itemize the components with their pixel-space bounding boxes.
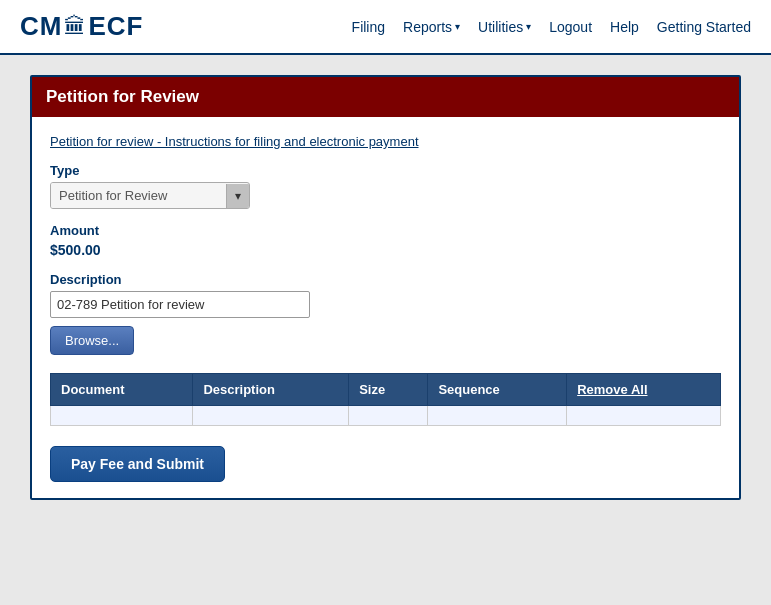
main-content: Petition for Review Petition for review …	[0, 55, 771, 605]
type-select-text: Petition for Review	[51, 183, 226, 208]
description-label: Description	[50, 272, 721, 287]
form-card: Petition for Review Petition for review …	[30, 75, 741, 500]
amount-value: $500.00	[50, 242, 721, 258]
nav-filing[interactable]: Filing	[352, 19, 385, 35]
form-card-header: Petition for Review	[32, 77, 739, 117]
reports-dropdown-arrow: ▾	[455, 21, 460, 32]
table-row	[51, 406, 721, 426]
nav-reports[interactable]: Reports ▾	[403, 19, 460, 35]
logo-cm: CM	[20, 11, 62, 42]
amount-field-group: Amount $500.00	[50, 223, 721, 258]
form-card-body: Petition for review - Instructions for f…	[32, 117, 739, 498]
nav-links: Filing Reports ▾ Utilities ▾ Logout Help…	[352, 19, 751, 35]
remove-all-link[interactable]: Remove All	[577, 382, 647, 397]
col-document: Document	[51, 374, 193, 406]
nav-getting-started[interactable]: Getting Started	[657, 19, 751, 35]
nav-utilities[interactable]: Utilities ▾	[478, 19, 531, 35]
utilities-dropdown-arrow: ▾	[526, 21, 531, 32]
pay-fee-submit-button[interactable]: Pay Fee and Submit	[50, 446, 225, 482]
form-card-title: Petition for Review	[46, 87, 199, 106]
browse-button[interactable]: Browse...	[50, 326, 134, 355]
description-input[interactable]	[50, 291, 310, 318]
type-select[interactable]: Petition for Review ▾	[50, 182, 250, 209]
nav-help[interactable]: Help	[610, 19, 639, 35]
documents-table: Document Description Size Sequence Remov…	[50, 373, 721, 426]
amount-label: Amount	[50, 223, 721, 238]
logo-ecf: ECF	[88, 11, 143, 42]
col-sequence: Sequence	[428, 374, 567, 406]
type-label: Type	[50, 163, 721, 178]
table-body	[51, 406, 721, 426]
col-description: Description	[193, 374, 349, 406]
navbar: CM 🏛 ECF Filing Reports ▾ Utilities ▾ Lo…	[0, 0, 771, 55]
logo: CM 🏛 ECF	[20, 11, 143, 42]
logo-icon: 🏛	[64, 14, 86, 40]
instructions-link[interactable]: Petition for review - Instructions for f…	[50, 134, 419, 149]
col-size: Size	[349, 374, 428, 406]
col-remove-all: Remove All	[567, 374, 721, 406]
table-header: Document Description Size Sequence Remov…	[51, 374, 721, 406]
type-dropdown-arrow[interactable]: ▾	[226, 184, 249, 208]
description-field-group: Description Browse...	[50, 272, 721, 355]
type-field-group: Type Petition for Review ▾	[50, 163, 721, 209]
nav-logout[interactable]: Logout	[549, 19, 592, 35]
